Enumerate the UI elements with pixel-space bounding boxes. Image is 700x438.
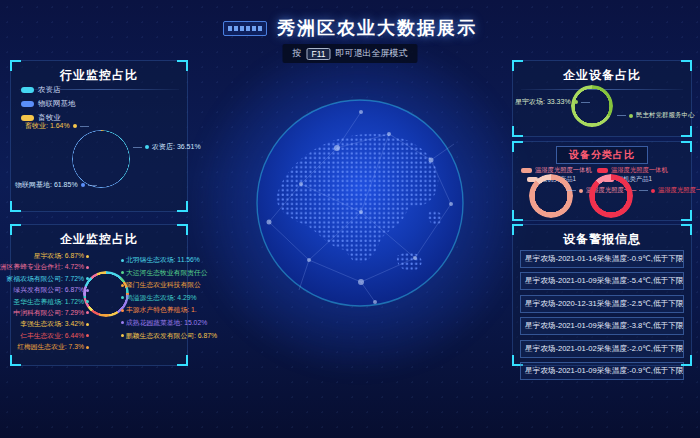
leader-dot (121, 296, 124, 299)
legend-item[interactable]: 农资店 (21, 85, 76, 95)
chart-callout: 丰源水产特色养殖场: 1. (121, 306, 197, 314)
leader-dot (86, 277, 89, 280)
callout-text: 丰源水产特色养殖场: 1. (126, 306, 197, 314)
corner-accent (10, 355, 21, 366)
industry-legend: 农资店 物联网基地 畜牧业 (21, 85, 76, 123)
callout-text: 家福农场有限公司: 7.72% (7, 275, 84, 283)
leader-dot (629, 114, 633, 118)
leader-dot (121, 309, 124, 312)
leader-dot (121, 259, 124, 262)
panel-title: 行业监控占比 (11, 61, 187, 84)
callout-text: 圣华生态养殖场: 1.72% (13, 298, 84, 306)
panel-enterprise-monitor: 企业监控占比 星宇农场: 6.87% 秀洲区养蜂专业合作社: 4.72% 家福农… (10, 224, 188, 366)
leader-line (133, 147, 142, 148)
chart-callout: 仁丰生态农业: 6.44% (20, 332, 89, 340)
leader-dot (86, 300, 89, 303)
corner-accent (512, 210, 523, 221)
corner-accent (681, 60, 692, 71)
dashboard: 秀洲区农业大数据展示 按 F11 即可退出全屏模式 行业监控占比 农资店 物联网… (0, 0, 700, 438)
leader-dot (86, 334, 89, 337)
chart-callout: 中润科有限公司: 7.29% (13, 309, 89, 317)
callout-text: 中润科有限公司: 7.29% (13, 309, 84, 317)
chart-callout: 秀洲区养蜂专业合作社: 4.72% (0, 263, 89, 271)
class-left-donut-chart[interactable] (529, 174, 573, 218)
legend-item[interactable]: 温湿度光照度一体机 (521, 166, 592, 175)
corner-accent (10, 201, 21, 212)
panel-title: 企业设备占比 (513, 61, 691, 84)
leader-line (581, 102, 590, 103)
leader-dot (86, 311, 89, 314)
corner-accent (177, 224, 188, 235)
callout-text: 鸿溢源生态农场: 4.29% (126, 294, 197, 302)
legend-swatch (597, 168, 608, 173)
callout-text: 仁丰生态农业: 6.44% (20, 332, 84, 340)
callout-text: 民主村党群服务中心 (636, 111, 695, 120)
chart-callout: 畜牧业: 1.64% (25, 121, 89, 131)
hint-suffix: 即可退出全屏模式 (336, 47, 408, 60)
alarm-row: 星宇农场-2021-01-09采集温度:-5.4℃,低于下限:0℃ (520, 272, 684, 290)
callout-text: 温湿度光照度一— (658, 186, 700, 195)
fullscreen-hint: 按 F11 即可退出全屏模式 (282, 44, 417, 63)
chart-callout: 家福农场有限公司: 7.72% (7, 275, 89, 283)
callout-text: 物联网基地: 61.85% (15, 180, 78, 190)
enterprise-right-callouts: 北羽锦生态农场: 11.56% 大运河生态牧业有限责任公 隆门生态农业科技有限公… (121, 256, 217, 340)
legend-item[interactable]: 物联网基地 (21, 99, 76, 109)
chart-callout: 李强生态农场: 3.42% (20, 320, 89, 328)
legend-label: 农资店 (38, 85, 61, 95)
chart-callout: 农资店: 36.51% (133, 142, 201, 152)
corner-accent (681, 141, 692, 152)
callout-text: 鹏颖生态农发有限公司: 6.87% (126, 332, 217, 340)
page-title: 秀洲区农业大数据展示 (277, 16, 477, 40)
leader-dot (73, 124, 77, 128)
chart-callout: 星宇农场: 33.33% (515, 97, 590, 107)
legend-label: 温湿度光照度一体机 (611, 166, 668, 175)
chart-callout: 北羽锦生态农场: 11.56% (121, 256, 200, 264)
alarm-row: 星宇农场-2021-01-02采集温度:-2.0℃,低于下限:0℃ (520, 340, 684, 358)
chart-callout: 温湿度光照度一— (639, 186, 700, 195)
legend-swatch (521, 168, 532, 173)
callout-text: 隆门生态农业科技有限公 (126, 281, 201, 289)
leader-line (617, 115, 626, 116)
alarm-row: 星宇农场-2021-01-09采集温度:-0.9℃,低于下限:0℃ (520, 362, 684, 380)
leader-dot (121, 334, 124, 337)
alarm-list[interactable]: 星宇农场-2021-01-14采集温度:-0.9℃,低于下限:0℃ 星宇农场-2… (520, 250, 684, 380)
callout-text: 农资店: 36.51% (152, 142, 201, 152)
leader-dot (574, 100, 578, 104)
leader-dot (81, 183, 85, 187)
panel-device-classification: 设备分类占比 温湿度光照度一体机 相机类产品1 温湿度光照度一— 温湿度光照度一… (512, 141, 692, 221)
leader-dot (86, 323, 89, 326)
brand-logo (223, 21, 267, 36)
leader-dot (121, 321, 124, 324)
corner-accent (681, 224, 692, 235)
class-right-donut-chart[interactable] (589, 174, 633, 218)
callout-text: 红梅园生态农业: 7.3% (17, 343, 84, 351)
alarm-row: 星宇农场-2020-12-31采集温度:-2.5℃,低于下限:0℃ (520, 295, 684, 313)
leader-dot (86, 346, 89, 349)
panel-industry-monitor: 行业监控占比 农资店 物联网基地 畜牧业 畜牧业: 1.64% (10, 60, 188, 212)
corner-accent (177, 60, 188, 71)
chart-callout: 民主村党群服务中心 (617, 111, 695, 120)
legend-label: 温湿度光照度一体机 (535, 166, 592, 175)
panel-enterprise-device: 企业设备占比 星宇农场: 33.33% 民主村党群服务中心 (512, 60, 692, 137)
callout-text: 绿兴发有限公司: 6.87% (13, 286, 84, 294)
legend-swatch (21, 101, 34, 107)
header: 秀洲区农业大数据展示 (0, 16, 700, 40)
chart-callout: 成熟花园蔬菜基地: 15.02% (121, 319, 207, 327)
chart-callout: 隆门生态农业科技有限公 (121, 281, 201, 289)
leader-dot (121, 284, 124, 287)
panel-title: 设备警报信息 (513, 225, 691, 248)
callout-text: 秀洲区养蜂专业合作社: 4.72% (0, 263, 84, 271)
panel-device-alarms: 设备警报信息 星宇农场-2021-01-14采集温度:-0.9℃,低于下限:0℃… (512, 224, 692, 366)
chart-callout: 红梅园生态农业: 7.3% (17, 343, 89, 351)
leader-dot (579, 189, 583, 193)
leader-line (88, 185, 97, 186)
legend-swatch (21, 87, 34, 93)
legend-label: 物联网基地 (38, 99, 76, 109)
enterprise-left-callouts: 星宇农场: 6.87% 秀洲区养蜂专业合作社: 4.72% 家福农场有限公司: … (13, 252, 89, 351)
chart-callout: 鹏颖生态农发有限公司: 6.87% (121, 332, 217, 340)
alarm-row: 星宇农场-2021-01-09采集温度:-3.8℃,低于下限:0℃ (520, 317, 684, 335)
leader-dot (86, 266, 89, 269)
chart-callout: 大运河生态牧业有限责任公 (121, 269, 208, 277)
leader-dot (86, 289, 89, 292)
callout-text: 成熟花园蔬菜基地: 15.02% (126, 319, 207, 327)
